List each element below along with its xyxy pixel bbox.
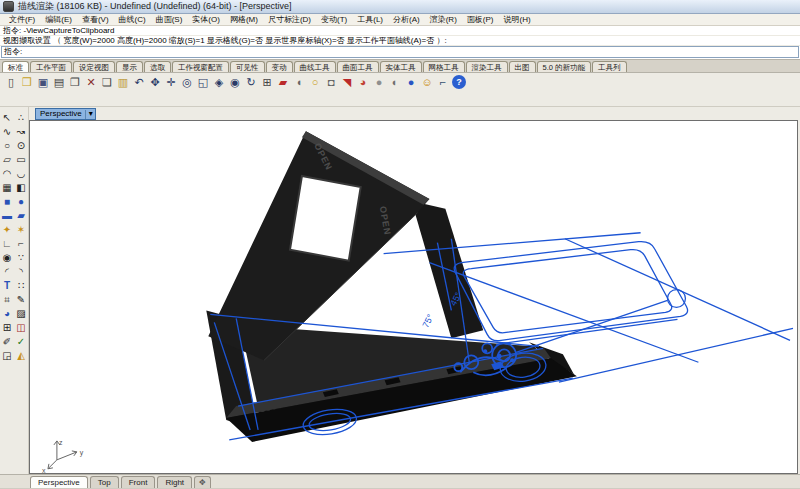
tool-arc-blend-icon[interactable]: ◡ <box>15 167 28 180</box>
menu-view[interactable]: 查看(V) <box>77 14 114 25</box>
tab-standard[interactable]: 标准 <box>2 61 29 72</box>
tool-box-icon[interactable]: ■ <box>1 195 14 208</box>
tab-select[interactable]: 选取 <box>144 61 171 72</box>
menu-help[interactable]: 说明(H) <box>498 14 535 25</box>
stand-model[interactable]: OPEN OPEN <box>206 131 577 442</box>
tab-cplane[interactable]: 工作平面 <box>30 61 72 72</box>
viewport-tab-front[interactable]: Front <box>121 476 156 488</box>
tool-control-curve-icon[interactable]: ↝ <box>15 125 28 138</box>
tool-text-icon[interactable]: T <box>1 279 14 292</box>
object-properties-icon[interactable]: ▰ <box>276 75 290 89</box>
tab-curve-tools[interactable]: 曲线工具 <box>294 61 336 72</box>
tab-surface-tools[interactable]: 曲面工具 <box>337 61 379 72</box>
help-icon[interactable]: ? <box>452 75 466 89</box>
tool-rectangle-icon[interactable]: ▭ <box>15 153 28 166</box>
options-icon[interactable]: ☺ <box>420 75 434 89</box>
zoom-window-icon[interactable]: ◱ <box>196 75 210 89</box>
tool-sphere-icon[interactable]: ● <box>15 195 28 208</box>
export-icon[interactable]: ❐ <box>68 75 82 89</box>
tool-sphere-blue-icon[interactable]: ◕ <box>1 307 14 320</box>
render-preview-icon[interactable]: ● <box>372 75 386 89</box>
tool-loft-icon[interactable]: ◧ <box>15 181 28 194</box>
shaded-view-icon[interactable]: ◥ <box>340 75 354 89</box>
tool-polyline-icon[interactable]: ▱ <box>1 153 14 166</box>
delete-icon[interactable]: ✕ <box>84 75 98 89</box>
tool-ellipse-icon[interactable]: ⊙ <box>15 139 28 152</box>
menu-surface[interactable]: 曲面(S) <box>151 14 188 25</box>
menu-mesh[interactable]: 网格(M) <box>225 14 263 25</box>
tool-grid-icon[interactable]: ⊞ <box>1 321 14 334</box>
command-input[interactable]: 指令: <box>1 46 799 58</box>
viewport-tab-perspective[interactable]: Perspective <box>30 476 88 488</box>
menu-edit[interactable]: 编辑(E) <box>40 14 77 25</box>
tab-display[interactable]: 显示 <box>116 61 143 72</box>
menu-analyze[interactable]: 分析(A) <box>388 14 425 25</box>
tool-arc-icon[interactable]: ◠ <box>1 167 14 180</box>
render-wheel-icon[interactable]: ◕ <box>356 75 370 89</box>
render-settings-icon[interactable]: ◐ <box>388 75 402 89</box>
perspective-viewport[interactable]: OPEN OPEN <box>29 120 798 474</box>
tab-drafting[interactable]: 出图 <box>509 61 536 72</box>
tool-curve-pts-icon[interactable]: ◝ <box>15 265 28 278</box>
viewport-layout-icon[interactable]: ✥ <box>194 476 211 488</box>
hide-object-icon[interactable]: ◖ <box>292 75 306 89</box>
tab-mesh-tools[interactable]: 网格工具 <box>423 61 465 72</box>
tool-select-icon[interactable]: ↖ <box>1 111 14 124</box>
tool-hatch-icon[interactable]: ▨ <box>15 307 28 320</box>
zoom-dynamic-icon[interactable]: ◎ <box>180 75 194 89</box>
menu-panels[interactable]: 面板(P) <box>462 14 499 25</box>
menu-render[interactable]: 渲染(R) <box>425 14 462 25</box>
tool-fillet-icon[interactable]: ✦ <box>1 223 14 236</box>
tool-knife-icon[interactable]: ✐ <box>1 335 14 348</box>
tool-joint-a-icon[interactable]: ∟ <box>1 237 14 250</box>
tool-points-icon[interactable]: ∵ <box>15 251 28 264</box>
tab-transform[interactable]: 变动 <box>266 61 293 72</box>
zoom-selected-icon[interactable]: ◉ <box>228 75 242 89</box>
viewport-canvas[interactable]: OPEN OPEN <box>30 121 797 473</box>
tool-spotlight-icon[interactable]: ◭ <box>15 349 28 362</box>
tool-pen-icon[interactable]: ✎ <box>15 293 28 306</box>
tool-boolean-icon[interactable]: ◉ <box>1 251 14 264</box>
tool-extrude-icon[interactable]: ▰ <box>15 209 28 222</box>
tool-orient-icon[interactable]: ◲ <box>1 349 14 362</box>
menu-transform[interactable]: 变动(T) <box>316 14 352 25</box>
open-file-icon[interactable]: ❒ <box>20 75 34 89</box>
rotate-view-icon[interactable]: ↻ <box>244 75 258 89</box>
tab-solid-tools[interactable]: 实体工具 <box>380 61 422 72</box>
menu-solid[interactable]: 实体(O) <box>187 14 225 25</box>
tool-joint-b-icon[interactable]: ⌐ <box>15 237 28 250</box>
show-object-icon[interactable]: ○ <box>308 75 322 89</box>
undo-icon[interactable]: ↶ <box>132 75 146 89</box>
chevron-down-icon[interactable]: ▾ <box>89 109 93 119</box>
save-icon[interactable]: ▣ <box>36 75 50 89</box>
tool-surface-icon[interactable]: ▦ <box>1 181 14 194</box>
copy-icon[interactable]: ❏ <box>100 75 114 89</box>
paste-icon[interactable]: ▥ <box>116 75 130 89</box>
viewport-tab-top[interactable]: Top <box>90 476 119 488</box>
tool-clip-icon[interactable]: ⌗ <box>1 293 14 306</box>
lock-object-icon[interactable]: ◘ <box>324 75 338 89</box>
layers-icon[interactable]: ⊞ <box>260 75 274 89</box>
tool-check-icon[interactable]: ✓ <box>15 335 28 348</box>
tab-viewport-layout[interactable]: 工作视窗配置 <box>172 61 229 72</box>
zoom-extents-icon[interactable]: ◈ <box>212 75 226 89</box>
tab-visibility[interactable]: 可见性 <box>230 61 265 72</box>
tool-lamp-icon[interactable]: ◫ <box>15 321 28 334</box>
move-icon[interactable]: ✛ <box>164 75 178 89</box>
menu-dimension[interactable]: 尺寸标注(D) <box>263 14 316 25</box>
tab-render-tools[interactable]: 渲染工具 <box>466 61 508 72</box>
new-file-icon[interactable]: ▯ <box>4 75 18 89</box>
tool-arc2-icon[interactable]: ◜ <box>1 265 14 278</box>
tool-point-icon[interactable]: ∴ <box>15 111 28 124</box>
menu-curve[interactable]: 曲线(C) <box>114 14 151 25</box>
print-icon[interactable]: ▤ <box>52 75 66 89</box>
pan-icon[interactable]: ✥ <box>148 75 162 89</box>
viewport-tab-right[interactable]: Right <box>157 476 192 488</box>
tool-dots-icon[interactable]: ∷ <box>15 279 28 292</box>
tool-circle-icon[interactable]: ○ <box>1 139 14 152</box>
pickup-icon[interactable]: ⌐ <box>436 75 450 89</box>
render-blue-icon[interactable]: ● <box>404 75 418 89</box>
menu-tools[interactable]: 工具(L) <box>352 14 388 25</box>
tool-explode-icon[interactable]: ✶ <box>15 223 28 236</box>
tab-new-in-v5[interactable]: 5.0 的新功能 <box>537 61 592 72</box>
